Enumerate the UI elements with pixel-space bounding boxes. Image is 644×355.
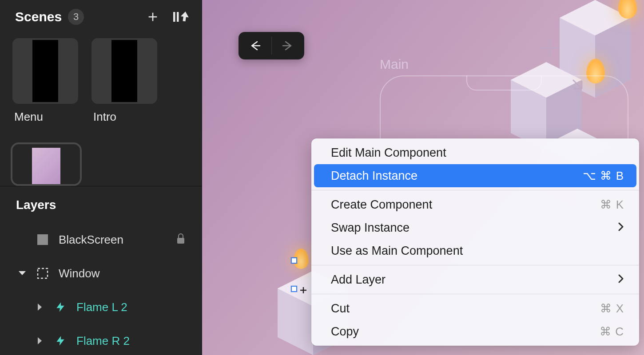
menu-label: Swap Instance [331, 221, 409, 235]
layer-name: Flame R 2 [76, 334, 186, 348]
nav-forward-button[interactable] [272, 32, 305, 59]
scene-flow-icon[interactable] [172, 11, 189, 23]
layer-name: BlackScreen [59, 233, 166, 247]
scene-thumb [12, 38, 78, 104]
selection-add-icon[interactable] [299, 286, 307, 294]
svg-rect-6 [38, 268, 48, 278]
menu-copy[interactable]: Copy ⌘ C [314, 320, 636, 343]
svg-rect-2 [173, 12, 175, 22]
menu-shortcut: ⌥ ⌘ B [583, 169, 624, 183]
menu-label: Create Component [331, 198, 432, 212]
component-bolt-icon [54, 301, 67, 313]
layer-row-window[interactable]: Window [0, 256, 202, 290]
scene-label: Intro [91, 110, 157, 124]
menu-shortcut: ⌘ C [600, 325, 624, 339]
scenes-title: Scenes [15, 9, 62, 24]
lock-icon[interactable] [176, 233, 186, 246]
menu-edit-main-component[interactable]: Edit Main Component [314, 141, 636, 164]
svg-rect-3 [177, 12, 179, 22]
selection-handle[interactable] [291, 257, 297, 264]
add-scene-icon[interactable] [147, 11, 159, 23]
scene-label: Menu [12, 110, 78, 124]
scene-selected-thumb[interactable] [0, 137, 202, 186]
layers-title: Layers [0, 198, 202, 223]
menu-cut[interactable]: Cut ⌘ X [314, 297, 636, 320]
layer-name: Flame L 2 [76, 300, 186, 314]
disclosure-right-icon[interactable] [36, 337, 44, 345]
group-dashed-icon [36, 268, 49, 279]
layer-row-flame-r2[interactable]: Flame R 2 [0, 324, 202, 355]
menu-separator [311, 294, 639, 294]
scenes-header: Scenes 3 [0, 0, 202, 34]
menu-label: Cut [331, 302, 350, 316]
canvas-frame-label[interactable]: Main [380, 57, 409, 72]
disclosure-down-icon[interactable] [18, 271, 27, 276]
menu-label: Add Layer [331, 273, 386, 287]
disclosure-right-icon[interactable] [36, 303, 44, 311]
scene-thumbnail-list: Menu Intro [0, 34, 202, 137]
menu-shortcut: ⌘ X [600, 302, 624, 316]
menu-label: Copy [331, 325, 359, 339]
svg-rect-4 [37, 234, 48, 245]
layer-row-blackscreen[interactable]: BlackScreen [0, 223, 202, 256]
context-menu: Edit Main Component Detach Instance ⌥ ⌘ … [311, 138, 639, 346]
component-bolt-icon [54, 335, 67, 347]
canvas-nav-pill [239, 32, 304, 59]
layer-name: Window [59, 267, 186, 280]
submenu-chevron-icon [618, 221, 624, 235]
menu-separator [311, 265, 639, 265]
layer-rect-icon [36, 234, 49, 245]
menu-add-layer[interactable]: Add Layer [314, 268, 636, 291]
scenes-count-badge: 3 [68, 9, 84, 25]
svg-rect-5 [177, 238, 184, 244]
device-notch [466, 75, 542, 91]
menu-detach-instance[interactable]: Detach Instance ⌥ ⌘ B [314, 164, 636, 187]
nav-back-button[interactable] [239, 32, 271, 59]
scene-item-intro[interactable]: Intro [91, 38, 157, 124]
selection-handle[interactable] [291, 286, 297, 292]
menu-swap-instance[interactable]: Swap Instance [314, 216, 636, 239]
menu-use-as-main[interactable]: Use as Main Component [314, 239, 636, 262]
menu-shortcut: ⌘ K [600, 198, 624, 212]
editor-canvas[interactable]: Main Edit Main Component Detach Instance… [202, 0, 644, 355]
sidebar-panel: Scenes 3 Menu Intro Layers [0, 0, 202, 355]
scene-thumb [91, 38, 157, 104]
submenu-chevron-icon [618, 273, 624, 287]
menu-separator [311, 190, 639, 190]
menu-label: Use as Main Component [331, 244, 463, 258]
layer-row-flame-l2[interactable]: Flame L 2 [0, 290, 202, 324]
layers-panel: Layers BlackScreen Window [0, 186, 202, 355]
menu-label: Edit Main Component [331, 146, 446, 160]
menu-label: Detach Instance [331, 169, 417, 183]
menu-create-component[interactable]: Create Component ⌘ K [314, 193, 636, 216]
scene-item-menu[interactable]: Menu [12, 38, 78, 124]
